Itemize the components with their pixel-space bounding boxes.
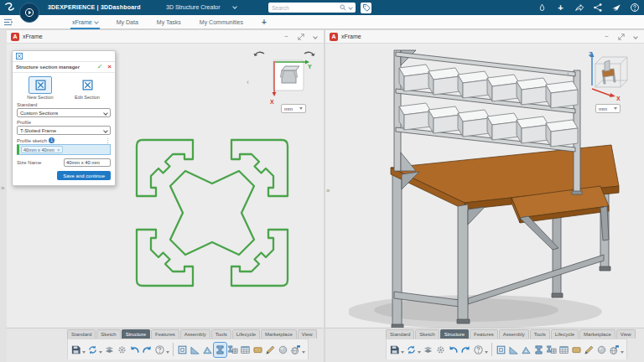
ribbon-tab-sketch[interactable]: Sketch xyxy=(96,329,120,339)
compass-logo[interactable] xyxy=(19,3,39,23)
units-dropdown[interactable]: mm xyxy=(595,104,621,113)
ribbon-tab-lifecycle[interactable]: Lifecycle xyxy=(551,329,579,339)
undo-icon[interactable] xyxy=(447,343,460,357)
sections-icon[interactable] xyxy=(422,343,434,357)
expand-panel-chevron[interactable]: » xyxy=(326,188,330,194)
update-dropdown-caret[interactable] xyxy=(418,351,421,354)
beam-section-tool-icon[interactable] xyxy=(532,343,545,357)
app-switcher-caret[interactable] xyxy=(232,4,237,9)
help-button[interactable] xyxy=(629,3,640,13)
section-manager-tool-icon[interactable] xyxy=(545,343,558,357)
add-button[interactable]: + xyxy=(555,3,566,13)
jet-button[interactable] xyxy=(610,3,621,13)
save-icon[interactable] xyxy=(388,343,401,357)
ribbon-tab-features[interactable]: Features xyxy=(470,329,498,339)
base-plate-tool-icon[interactable] xyxy=(570,343,583,357)
chip-remove-icon[interactable]: × xyxy=(57,147,60,153)
update-icon[interactable] xyxy=(405,343,418,357)
minimize-button[interactable]: − xyxy=(284,34,288,40)
profile-sketch-field[interactable]: 40mm x 40mm × xyxy=(17,144,111,155)
sketch-chip[interactable]: 40mm x 40mm × xyxy=(21,146,63,153)
panel-menu-caret[interactable] xyxy=(313,34,318,39)
update-icon[interactable] xyxy=(86,343,99,357)
gusset-tool-icon[interactable] xyxy=(520,343,532,357)
network-button[interactable] xyxy=(592,3,603,13)
tag-button[interactable] xyxy=(361,3,371,13)
view-cube[interactable]: Z X xyxy=(582,49,632,102)
search-input[interactable] xyxy=(272,5,337,11)
expand-panel-chevron[interactable]: » xyxy=(1,185,4,192)
ribbon-tab-structure[interactable]: Structure xyxy=(122,329,150,339)
save-dropdown-caret[interactable] xyxy=(401,351,404,354)
kebab-menu-icon[interactable]: ⋮ xyxy=(105,137,111,143)
dialog-title-bar[interactable]: Structure section manager ✓ × xyxy=(13,62,115,73)
search-bar[interactable] xyxy=(268,3,356,13)
save-and-continue-button[interactable]: Save and continue xyxy=(57,171,111,180)
section-table-tool-icon[interactable] xyxy=(239,343,252,357)
frame-tool-icon[interactable] xyxy=(176,343,189,357)
settings-icon[interactable] xyxy=(116,343,128,357)
menu-icon[interactable] xyxy=(3,18,13,26)
tab-xframe[interactable]: xFrame xyxy=(72,19,98,25)
help-dropdown-caret[interactable] xyxy=(485,351,488,354)
publish-tool-icon[interactable] xyxy=(289,343,302,357)
standard-select[interactable]: Custom Sections xyxy=(17,108,111,117)
panel-menu-caret[interactable] xyxy=(633,34,638,39)
view-cube[interactable]: Y X xyxy=(262,57,314,106)
size-name-input[interactable] xyxy=(64,158,111,167)
ribbon-tab-features[interactable]: Features xyxy=(151,329,179,339)
help-dropdown-caret[interactable] xyxy=(166,351,169,354)
ribbon-tab-marketplace[interactable]: Marketplace xyxy=(261,329,297,339)
model-viewport[interactable]: » xyxy=(325,44,644,328)
beam-section-tool-icon[interactable] xyxy=(214,343,226,357)
section-manager-tool-icon[interactable] xyxy=(226,343,239,357)
ribbon-tab-tools[interactable]: Tools xyxy=(530,329,550,339)
tab-caret-icon[interactable] xyxy=(94,19,99,24)
expand-icon[interactable] xyxy=(298,34,304,40)
tab-my-data[interactable]: My Data xyxy=(117,19,138,25)
tools-dropdown-caret[interactable] xyxy=(621,351,624,354)
tab-my-tasks[interactable]: My Tasks xyxy=(157,19,181,25)
sphere-tool-icon[interactable] xyxy=(277,343,289,357)
publish-tool-icon[interactable] xyxy=(608,343,621,357)
save-dropdown-caret[interactable] xyxy=(82,351,86,354)
ribbon-tab-standard[interactable]: Standard xyxy=(67,329,96,339)
undo-icon[interactable] xyxy=(128,343,141,357)
units-dropdown[interactable]: mm xyxy=(281,104,306,113)
tools-dropdown-caret[interactable] xyxy=(302,351,305,354)
help-tool-icon[interactable] xyxy=(153,343,166,357)
ribbon-tab-view[interactable]: View xyxy=(616,329,636,339)
ribbon-tab-assembly[interactable]: Assembly xyxy=(180,329,210,339)
ribbon-tab-sketch[interactable]: Sketch xyxy=(415,329,439,339)
ribbon-tab-structure[interactable]: Structure xyxy=(440,329,469,339)
ribbon-tab-assembly[interactable]: Assembly xyxy=(499,329,529,339)
redo-icon[interactable] xyxy=(141,343,153,357)
gusset-tool-icon[interactable] xyxy=(201,343,214,357)
section-tool-icon[interactable] xyxy=(15,52,23,60)
ribbon-tab-marketplace[interactable]: Marketplace xyxy=(579,329,615,339)
ribbon-tab-tools[interactable]: Tools xyxy=(211,329,231,339)
pen-button[interactable] xyxy=(537,3,548,13)
update-dropdown-caret[interactable] xyxy=(99,351,102,354)
confirm-check-icon[interactable]: ✓ xyxy=(97,64,103,70)
help-tool-icon[interactable] xyxy=(472,343,485,357)
sections-icon[interactable] xyxy=(103,343,116,357)
sketch-viewport[interactable]: Y X ‹ mm Structure section manager ✓ × xyxy=(7,44,324,328)
collapse-widget-chevron[interactable]: ‹ xyxy=(247,79,249,86)
frame-tool-icon[interactable] xyxy=(495,343,507,357)
ribbon-tab-lifecycle[interactable]: Lifecycle xyxy=(232,329,260,339)
search-icon[interactable] xyxy=(340,4,346,11)
collapse-widget-chevron[interactable]: ‹ xyxy=(567,70,569,78)
ribbon-tab-view[interactable]: View xyxy=(298,329,317,339)
sphere-tool-icon[interactable] xyxy=(595,343,608,357)
panel-tool-icon[interactable] xyxy=(507,343,520,357)
search-options-caret[interactable] xyxy=(348,5,353,10)
cancel-x-icon[interactable]: × xyxy=(107,64,112,70)
edit-section-button[interactable]: Edit Section xyxy=(67,76,107,100)
profile-select[interactable]: T-Slotted Frame xyxy=(17,126,111,135)
minimize-button[interactable]: − xyxy=(605,34,609,40)
expand-icon[interactable] xyxy=(618,34,625,40)
add-tab-button[interactable]: + xyxy=(262,18,267,27)
engrave-tool-icon[interactable] xyxy=(583,343,595,357)
redo-icon[interactable] xyxy=(460,343,472,357)
